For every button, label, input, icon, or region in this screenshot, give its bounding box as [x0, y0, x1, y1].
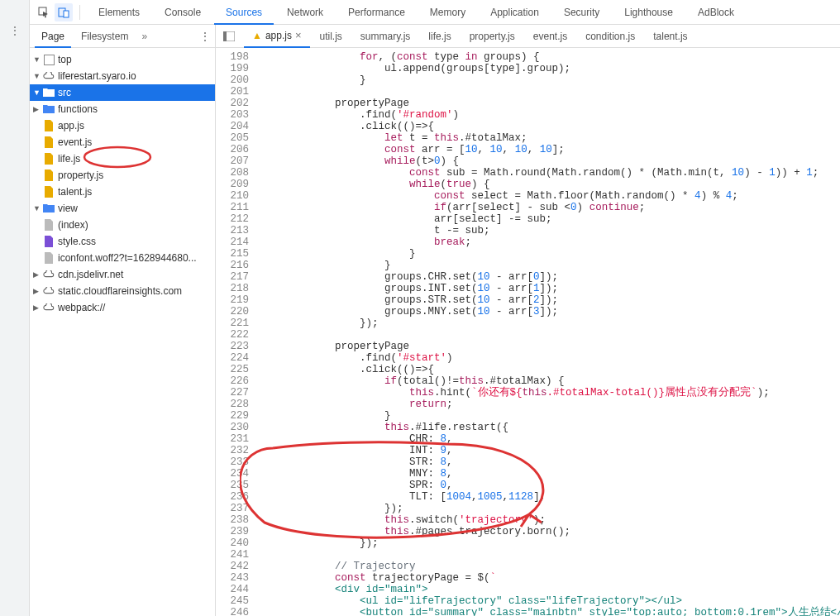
tree-file-appjs[interactable]: app.js: [30, 117, 215, 134]
file-tab-summaryjs[interactable]: summary.js: [352, 25, 418, 48]
file-icon: [43, 236, 55, 247]
file-icon: [43, 219, 55, 231]
tree-functions[interactable]: ▶functions: [30, 101, 215, 117]
file-tab-propertyjs[interactable]: property.js: [461, 25, 523, 48]
tab-application[interactable]: Application: [479, 0, 551, 25]
browser-gutter: ⋮: [0, 0, 30, 616]
device-toggle-icon[interactable]: [55, 3, 73, 21]
tab-lighthouse[interactable]: Lighthouse: [613, 0, 685, 25]
file-icon: [43, 186, 55, 198]
tab-security[interactable]: Security: [552, 0, 611, 25]
tree-file-stylecss[interactable]: style.css: [30, 233, 215, 250]
file-icon: [43, 136, 55, 148]
svg-rect-4: [223, 31, 227, 41]
tree-src[interactable]: ▼src: [30, 84, 215, 101]
file-tab-lifejs[interactable]: life.js: [420, 25, 459, 48]
code-content[interactable]: for, (const type in groups) { ul.append(…: [255, 48, 840, 616]
devtools-tabbar: Elements Console Sources Network Perform…: [30, 0, 840, 25]
tree-file-eventjs[interactable]: event.js: [30, 134, 215, 150]
tab-network[interactable]: Network: [275, 0, 335, 25]
close-icon[interactable]: ×: [295, 25, 302, 47]
sources-sidebar: Page Filesystem » ⋮ ▼top ▼liferestart.sy…: [30, 25, 216, 616]
tab-memory[interactable]: Memory: [418, 0, 477, 25]
file-tab-appjs[interactable]: ▲app.js×: [244, 25, 310, 48]
file-icon: [43, 170, 55, 181]
tree-file-iconfont[interactable]: iconfont.woff2?t=1628944680...: [30, 250, 215, 266]
file-icon: [43, 252, 55, 264]
editor-area: ▲app.js× util.js summary.js life.js prop…: [216, 25, 840, 616]
file-tab-conditionjs[interactable]: condition.js: [577, 25, 643, 48]
warning-icon: ▲: [252, 25, 262, 47]
cloud-icon: [43, 70, 55, 82]
tab-console[interactable]: Console: [153, 0, 212, 25]
sidebar-menu-icon[interactable]: ⋮: [200, 31, 210, 42]
tab-sources[interactable]: Sources: [214, 0, 274, 25]
file-tab-utiljs[interactable]: util.js: [312, 25, 351, 48]
folder-icon: [43, 87, 55, 98]
sidebar-tab-filesystem[interactable]: Filesystem: [74, 25, 135, 48]
sidebar-more-icon[interactable]: »: [141, 31, 147, 42]
tab-elements[interactable]: Elements: [87, 0, 151, 25]
tree-file-propertyjs[interactable]: property.js: [30, 167, 215, 184]
file-tree[interactable]: ▼top ▼liferestart.syaro.io ▼src ▶functio…: [30, 48, 215, 616]
file-icon: [43, 153, 55, 165]
folder-icon: [43, 203, 55, 214]
tree-file-talentjs[interactable]: talent.js: [30, 184, 215, 200]
cloud-icon: [43, 269, 55, 280]
cloud-icon: [43, 285, 55, 297]
svg-rect-2: [64, 11, 69, 17]
inspect-element-icon[interactable]: [35, 3, 53, 21]
toggle-sidebar-icon[interactable]: [221, 28, 237, 45]
folder-icon: [43, 103, 55, 115]
tree-top[interactable]: ▼top: [30, 51, 215, 68]
cloud-icon: [43, 302, 55, 313]
more-icon[interactable]: ⋮: [0, 25, 29, 36]
devtools-panel: Elements Console Sources Network Perform…: [30, 0, 840, 616]
tree-cloudflare[interactable]: ▶static.cloudflareinsights.com: [30, 283, 215, 299]
line-gutter: 1981992002012022032042052062072082092102…: [216, 48, 255, 616]
tab-performance[interactable]: Performance: [336, 0, 417, 25]
file-tabs: ▲app.js× util.js summary.js life.js prop…: [216, 25, 840, 48]
tree-domain[interactable]: ▼liferestart.syaro.io: [30, 68, 215, 84]
tree-cdn[interactable]: ▶cdn.jsdelivr.net: [30, 266, 215, 283]
code-editor[interactable]: 1981992002012022032042052062072082092102…: [216, 48, 840, 616]
file-icon: [43, 120, 55, 131]
tree-file-lifejs[interactable]: life.js: [30, 150, 215, 167]
file-tab-eventjs[interactable]: event.js: [525, 25, 575, 48]
tab-adblock[interactable]: AdBlock: [686, 0, 746, 25]
tree-file-index[interactable]: (index): [30, 217, 215, 233]
sidebar-tab-page[interactable]: Page: [35, 25, 71, 48]
tree-view[interactable]: ▼view: [30, 200, 215, 217]
tree-webpack[interactable]: ▶webpack://: [30, 299, 215, 316]
file-tab-talentjs[interactable]: talent.js: [645, 25, 695, 48]
